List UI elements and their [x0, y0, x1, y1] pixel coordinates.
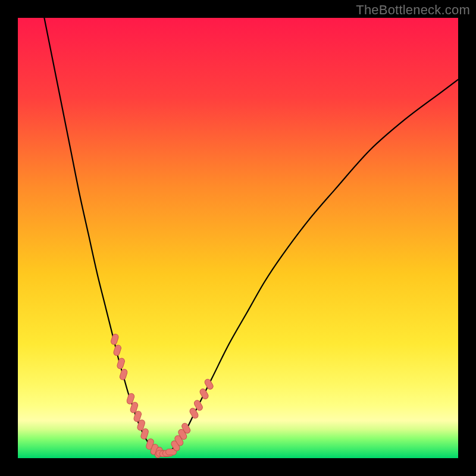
- watermark-text: TheBottleneck.com: [356, 2, 470, 18]
- chart-svg: [0, 0, 476, 476]
- plot-background: [18, 18, 458, 458]
- chart-frame: TheBottleneck.com: [0, 0, 476, 476]
